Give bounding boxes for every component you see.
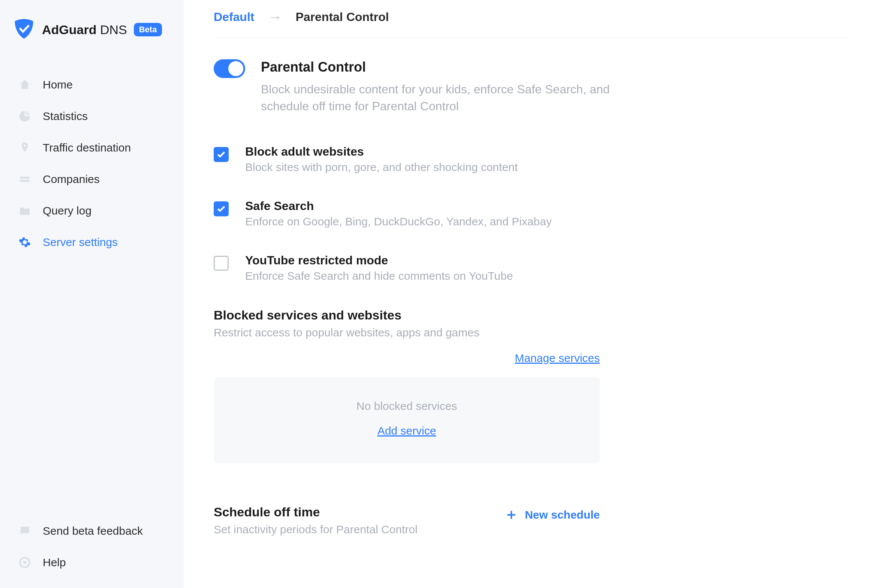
sidebar-item-label: Traffic destination <box>43 141 131 154</box>
section-desc: Set inactivity periods for Parental Cont… <box>214 523 418 536</box>
svg-rect-1 <box>20 180 30 182</box>
section-title: Blocked services and websites <box>214 308 850 322</box>
folder-icon <box>18 204 31 218</box>
option-safe-search: Safe Search Enforce on Google, Bing, Duc… <box>214 199 850 228</box>
sidebar-item-label: Send beta feedback <box>43 525 143 537</box>
brand-logo: AdGuard DNS Beta <box>11 19 172 40</box>
arrow-right-icon: → <box>268 9 282 25</box>
new-schedule-label: New schedule <box>525 508 600 521</box>
section-desc: Restrict access to popular websites, app… <box>214 326 850 339</box>
sidebar-item-feedback[interactable]: Send beta feedback <box>11 517 172 545</box>
home-icon <box>18 78 31 92</box>
pin-icon <box>18 141 31 154</box>
section-header: Parental Control Block undesirable conte… <box>214 59 850 115</box>
option-desc: Enforce Safe Search and hide comments on… <box>245 270 513 282</box>
sidebar-nav: Home Statistics Traffic destination Comp… <box>11 70 172 256</box>
sidebar-item-help[interactable]: Help <box>11 548 172 577</box>
sidebar-item-traffic[interactable]: Traffic destination <box>11 134 172 162</box>
option-desc: Enforce on Google, Bing, DuckDuckGo, Yan… <box>245 215 552 228</box>
adguard-logo-icon <box>13 19 35 40</box>
breadcrumb-root[interactable]: Default <box>214 10 254 24</box>
blocked-services-empty: No blocked services Add service <box>214 377 600 464</box>
help-icon <box>18 556 31 569</box>
sidebar-item-label: Home <box>43 78 73 91</box>
brand-name: AdGuard DNS <box>42 22 127 37</box>
empty-text: No blocked services <box>221 400 592 412</box>
list-icon <box>18 172 31 186</box>
checkbox-youtube-restricted[interactable] <box>214 256 229 271</box>
beta-badge: Beta <box>134 23 162 36</box>
option-desc: Block sites with porn, gore, and other s… <box>245 161 518 174</box>
checkbox-block-adult[interactable] <box>214 147 229 162</box>
sidebar-item-label: Companies <box>43 173 100 186</box>
sidebar-item-label: Help <box>43 556 66 569</box>
section-header-text: Parental Control Block undesirable conte… <box>261 59 636 115</box>
breadcrumb-current: Parental Control <box>295 10 389 24</box>
section-title: Schedule off time <box>214 505 418 519</box>
sidebar-item-label: Query log <box>43 204 91 217</box>
gear-icon <box>18 236 31 249</box>
plus-icon <box>505 509 517 521</box>
sidebar-item-label: Statistics <box>43 110 88 123</box>
schedule-section: Schedule off time Set inactivity periods… <box>214 505 600 536</box>
page-title: Parental Control <box>261 59 636 75</box>
option-title: Block adult websites <box>245 145 518 159</box>
page-subtitle: Block undesirable content for your kids,… <box>261 81 636 115</box>
svg-rect-0 <box>20 177 30 179</box>
pie-chart-icon <box>18 110 31 123</box>
sidebar-item-query-log[interactable]: Query log <box>11 196 172 225</box>
sidebar-item-label: Server settings <box>43 236 118 249</box>
sidebar-item-home[interactable]: Home <box>11 70 172 99</box>
checkbox-safe-search[interactable] <box>214 201 229 216</box>
main-content: Default → Parental Control Parental Cont… <box>184 0 872 588</box>
option-title: Safe Search <box>245 199 552 213</box>
sidebar-footer: Send beta feedback Help <box>11 517 172 577</box>
option-youtube-restricted: YouTube restricted mode Enforce Safe Sea… <box>214 254 850 282</box>
option-block-adult: Block adult websites Block sites with po… <box>214 145 850 174</box>
manage-services-link[interactable]: Manage services <box>515 352 600 364</box>
sidebar-item-server-settings[interactable]: Server settings <box>11 228 172 256</box>
add-service-link[interactable]: Add service <box>378 424 436 437</box>
svg-point-3 <box>23 561 27 564</box>
chat-icon <box>18 524 31 538</box>
parental-control-toggle[interactable] <box>214 59 245 78</box>
sidebar: AdGuard DNS Beta Home Statistics Traf <box>0 0 184 588</box>
blocked-services-section: Blocked services and websites Restrict a… <box>214 308 850 464</box>
sidebar-item-companies[interactable]: Companies <box>11 165 172 194</box>
option-title: YouTube restricted mode <box>245 254 513 267</box>
new-schedule-button[interactable]: New schedule <box>505 508 600 521</box>
breadcrumb: Default → Parental Control <box>214 0 850 38</box>
sidebar-item-statistics[interactable]: Statistics <box>11 102 172 130</box>
